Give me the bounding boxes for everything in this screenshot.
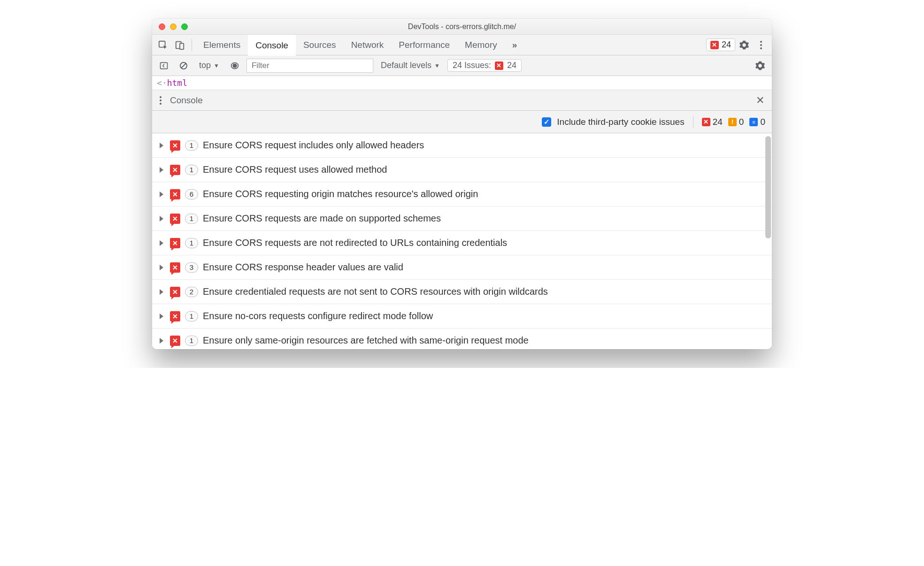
third-party-cookie-checkbox[interactable]: ✓ <box>542 117 551 127</box>
issue-row[interactable]: ✕ 1 Ensure CORS requests are made on sup… <box>152 207 772 231</box>
error-count: 24 <box>713 117 723 127</box>
svg-point-6 <box>232 63 237 68</box>
scrollbar-thumb[interactable] <box>765 136 771 238</box>
context-label: top <box>199 61 211 70</box>
issue-text: Ensure CORS requests are made on support… <box>203 213 441 224</box>
window-title: DevTools - cors-errors.glitch.me/ <box>152 23 772 31</box>
issue-count-pill: 1 <box>185 140 198 151</box>
levels-label: Default levels <box>381 61 431 70</box>
log-level-select[interactable]: Default levels ▼ <box>377 61 444 70</box>
settings-icon[interactable] <box>736 37 752 53</box>
expand-triangle-icon[interactable] <box>160 265 163 270</box>
issues-list: ✕ 1 Ensure CORS request includes only al… <box>152 133 772 349</box>
tab-console[interactable]: Console <box>248 35 296 55</box>
error-bubble-icon: ✕ <box>170 287 180 297</box>
console-settings-icon[interactable] <box>752 58 768 74</box>
error-bubble-icon: ✕ <box>170 189 180 199</box>
issue-text: Ensure CORS request uses allowed method <box>203 164 387 175</box>
issues-counter[interactable]: 24 Issues: ✕ 24 <box>447 59 522 72</box>
error-bubble-icon: ✕ <box>170 140 180 151</box>
panel-tabs: Elements Console Sources Network Perform… <box>196 35 524 55</box>
close-drawer-button[interactable]: ✕ <box>753 94 767 107</box>
tab-performance[interactable]: Performance <box>391 35 457 55</box>
issue-row[interactable]: ✕ 3 Ensure CORS response header values a… <box>152 255 772 280</box>
inspect-element-icon[interactable] <box>155 37 171 53</box>
issues-filter-bar: ✓ Include third-party cookie issues ✕ 24… <box>152 111 772 133</box>
chevron-down-icon: ▼ <box>214 62 219 69</box>
tab-network[interactable]: Network <box>344 35 392 55</box>
error-count: 24 <box>722 40 731 50</box>
issue-row[interactable]: ✕ 1 Ensure CORS request uses allowed met… <box>152 158 772 182</box>
expand-triangle-icon[interactable] <box>160 338 163 344</box>
more-menu-icon[interactable] <box>753 37 769 53</box>
issue-count-pill: 1 <box>185 238 198 248</box>
divider <box>192 39 192 51</box>
issues-label: 24 Issues: <box>453 61 491 70</box>
warning-count-group[interactable]: ! 0 <box>728 117 744 127</box>
issue-text: Ensure no-cors requests configure redire… <box>203 311 433 321</box>
console-toolbar: top ▼ Default levels ▼ 24 Issues: ✕ 24 <box>152 55 772 76</box>
issue-text: Ensure CORS response header values are v… <box>203 262 403 273</box>
warning-icon: ! <box>728 118 737 126</box>
expand-triangle-icon[interactable] <box>160 289 163 295</box>
expand-triangle-icon[interactable] <box>160 216 163 222</box>
error-count-group[interactable]: ✕ 24 <box>702 117 723 127</box>
svg-rect-3 <box>161 62 168 69</box>
issue-text: Ensure CORS requesting origin matches re… <box>203 189 478 199</box>
issue-count-pill: 3 <box>185 262 198 273</box>
issue-text: Ensure only same-origin resources are fe… <box>203 335 529 346</box>
filter-input[interactable] <box>246 59 373 73</box>
clear-console-icon[interactable] <box>176 58 192 74</box>
error-count-badge[interactable]: ✕ 24 <box>706 38 735 51</box>
issue-count-pill: 6 <box>185 189 198 199</box>
issue-row[interactable]: ✕ 2 Ensure credentialed requests are not… <box>152 280 772 304</box>
issue-row[interactable]: ✕ 1 Ensure CORS requests are not redirec… <box>152 231 772 255</box>
show-console-sidebar-icon[interactable] <box>156 58 172 74</box>
error-bubble-icon: ✕ <box>170 262 180 273</box>
source-snippet: <·html <box>152 76 772 90</box>
issue-row[interactable]: ✕ 1 Ensure CORS request includes only al… <box>152 133 772 158</box>
issue-count-pill: 1 <box>185 311 198 321</box>
chevron-down-icon: ▼ <box>434 62 440 69</box>
drawer-header: Console ✕ <box>152 90 772 111</box>
source-tag: html <box>167 78 187 88</box>
expand-triangle-icon[interactable] <box>160 167 163 173</box>
drawer-title: Console <box>170 95 203 106</box>
issue-text: Ensure CORS request includes only allowe… <box>203 140 424 151</box>
expand-triangle-icon[interactable] <box>160 143 163 148</box>
error-icon: ✕ <box>495 61 503 70</box>
svg-line-5 <box>181 63 186 68</box>
info-count: 0 <box>760 117 765 127</box>
issue-text: Ensure credentialed requests are not sen… <box>203 286 548 297</box>
devtools-window: DevTools - cors-errors.glitch.me/ Elemen… <box>152 19 772 349</box>
tabs-overflow-button[interactable]: » <box>505 35 525 55</box>
tab-memory[interactable]: Memory <box>457 35 505 55</box>
issue-row[interactable]: ✕ 6 Ensure CORS requesting origin matche… <box>152 182 772 207</box>
issue-row[interactable]: ✕ 1 Ensure only same-origin resources ar… <box>152 329 772 349</box>
error-bubble-icon: ✕ <box>170 336 180 346</box>
execution-context-select[interactable]: top ▼ <box>195 61 223 70</box>
issue-count-pill: 1 <box>185 214 198 224</box>
device-toolbar-icon[interactable] <box>172 37 188 53</box>
main-tabstrip: Elements Console Sources Network Perform… <box>152 35 772 55</box>
expand-triangle-icon[interactable] <box>160 191 163 197</box>
error-bubble-icon: ✕ <box>170 165 180 175</box>
issue-row[interactable]: ✕ 1 Ensure no-cors requests configure re… <box>152 304 772 329</box>
expand-triangle-icon[interactable] <box>160 314 163 319</box>
svg-rect-2 <box>180 43 184 49</box>
error-bubble-icon: ✕ <box>170 214 180 224</box>
drawer-menu-icon[interactable] <box>157 92 164 108</box>
live-expression-icon[interactable] <box>227 58 243 74</box>
source-prefix: <· <box>157 78 167 88</box>
error-icon: ✕ <box>710 41 719 49</box>
issues-count: 24 <box>507 61 516 70</box>
tab-elements[interactable]: Elements <box>196 35 248 55</box>
third-party-cookie-label: Include third-party cookie issues <box>557 117 684 127</box>
tab-sources[interactable]: Sources <box>296 35 344 55</box>
info-count-group[interactable]: ≡ 0 <box>749 117 765 127</box>
expand-triangle-icon[interactable] <box>160 240 163 246</box>
warning-count: 0 <box>739 117 744 127</box>
error-icon: ✕ <box>702 118 710 126</box>
info-icon: ≡ <box>749 118 758 126</box>
titlebar: DevTools - cors-errors.glitch.me/ <box>152 19 772 35</box>
